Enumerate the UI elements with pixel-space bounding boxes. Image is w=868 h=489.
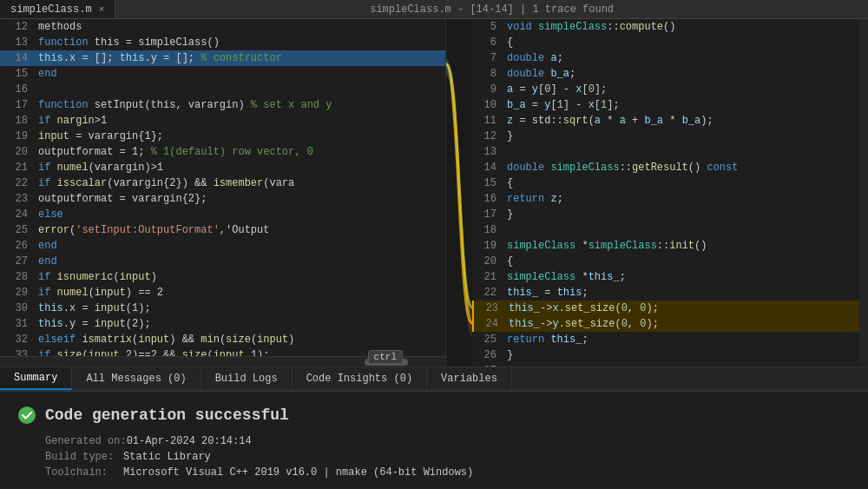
summary-panel: Code generation successful Generated on:… (0, 391, 868, 489)
left-code-line-30: 30 this.x = input(1); (0, 301, 445, 316)
right-code-line-12: 12} (472, 129, 868, 144)
right-code-line-21: 21 simpleClass *this_; (472, 269, 868, 285)
left-h-scrollbar[interactable]: ctrl (0, 356, 446, 367)
right-code-line-15: 15{ (472, 175, 868, 191)
line-content: if nargin>1 (35, 113, 445, 129)
build-type-label: Build type: (45, 451, 123, 463)
right-line-content: } (503, 129, 513, 144)
right-line-number: 7 (472, 50, 503, 66)
right-code-pane[interactable]: 5void simpleClass::compute()6{7 double a… (472, 19, 868, 367)
editor-area: 12 methods13 function this = simpleClass… (0, 19, 868, 367)
line-number: 22 (0, 175, 35, 191)
tab-all-messages--0-[interactable]: All Messages (0) (72, 367, 201, 390)
line-number: 14 (0, 50, 35, 66)
right-line-number: 5 (472, 19, 503, 35)
right-code-line-19: 19simpleClass *simpleClass::init() (472, 238, 868, 254)
right-line-content: simpleClass *simpleClass::init() (503, 238, 707, 254)
toolchain-label: Toolchain: (45, 466, 123, 479)
tab-close-icon[interactable]: × (99, 4, 105, 15)
right-code-line-27: 27 (472, 363, 868, 367)
left-code-line-26: 26 end (0, 238, 445, 254)
right-code-line-9: 9 a = y[0] - x[0]; (472, 82, 868, 97)
flow-svg (446, 19, 472, 367)
left-code-line-14: 14 this.x = []; this.y = []; % construct… (0, 50, 445, 66)
right-line-content: this_->x.set_size(0, 0); (505, 301, 659, 316)
line-content: if numel(varargin)>1 (35, 160, 445, 175)
left-code-line-32: 32 elseif ismatrix(input) && min(size(in… (0, 332, 445, 347)
flow-connector (446, 19, 472, 367)
left-code-line-28: 28 if isnumeric(input) (0, 269, 445, 285)
tab-code-insights--0-[interactable]: Code Insights (0) (293, 367, 427, 390)
line-number: 26 (0, 238, 35, 254)
left-code-line-12: 12 methods (0, 19, 445, 35)
line-content: this.x = input(1); (35, 301, 445, 316)
right-line-content: a = y[0] - x[0]; (503, 82, 607, 97)
line-number: 31 (0, 316, 35, 332)
tab-summary[interactable]: Summary (0, 367, 72, 390)
line-content: end (35, 254, 445, 269)
left-code-line-27: 27 end (0, 254, 445, 269)
line-number: 16 (0, 82, 35, 97)
line-content: end (35, 238, 445, 254)
right-line-number: 26 (472, 347, 503, 363)
right-code-line-20: 20{ (472, 254, 868, 269)
line-content: elseif ismatrix(input) && min(size(input… (35, 332, 445, 347)
tab-filename: simpleClass.m (10, 3, 92, 16)
file-tab[interactable]: simpleClass.m × (0, 0, 115, 18)
right-line-number: 20 (472, 254, 503, 269)
right-code-line-25: 25 return this_; (472, 332, 868, 347)
right-line-number: 19 (472, 238, 503, 254)
left-code-line-17: 17 function setInput(this, varargin) % s… (0, 97, 445, 113)
line-number: 27 (0, 254, 35, 269)
right-code-line-24: 24 this_->y.set_size(0, 0); (472, 316, 868, 332)
right-line-content: return z; (503, 191, 563, 207)
right-code-line-7: 7 double a; (472, 50, 868, 66)
build-type-value: Static Library (123, 451, 211, 463)
right-line-content: { (503, 254, 513, 269)
left-code-container: 12 methods13 function this = simpleClass… (0, 19, 445, 367)
generated-on-label: Generated on: (45, 435, 127, 447)
success-row: Code generation successful (17, 406, 851, 425)
right-line-content: b_a = y[1] - x[1]; (503, 97, 620, 113)
right-v-scrollbar[interactable] (859, 19, 868, 367)
toolchain-row: Toolchain: Microsoft Visual C++ 2019 v16… (17, 466, 851, 479)
line-number: 25 (0, 222, 35, 238)
right-code-line-17: 17} (472, 207, 868, 222)
tabs-bar: SummaryAll Messages (0)Build LogsCode In… (0, 367, 868, 391)
right-code-line-11: 11 z = std::sqrt(a * a + b_a * b_a); (472, 113, 868, 129)
right-code-line-6: 6{ (472, 35, 868, 50)
right-line-number: 22 (472, 285, 503, 301)
left-code-pane[interactable]: 12 methods13 function this = simpleClass… (0, 19, 446, 367)
right-code-line-22: 22 this_ = this; (472, 285, 868, 301)
right-line-number: 15 (472, 175, 503, 191)
toolchain-value: Microsoft Visual C++ 2019 v16.0 | nmake … (123, 466, 473, 479)
right-line-content: double a; (503, 50, 563, 66)
line-content (35, 82, 445, 97)
right-line-number: 8 (472, 66, 503, 82)
right-line-number: 25 (472, 332, 503, 347)
left-code-line-16: 16 (0, 82, 445, 97)
right-line-content: { (503, 175, 513, 191)
tab-variables[interactable]: Variables (427, 367, 512, 390)
left-code-line-24: 24 else (0, 207, 445, 222)
left-code-line-18: 18 if nargin>1 (0, 113, 445, 129)
success-icon (17, 406, 36, 425)
right-line-content: double b_a; (503, 66, 575, 82)
left-code-line-25: 25 error('setInput:OutputFormat','Output (0, 222, 445, 238)
tab-build-logs[interactable]: Build Logs (201, 367, 293, 390)
line-content: function setInput(this, varargin) % set … (35, 97, 445, 113)
right-line-content: z = std::sqrt(a * a + b_a * b_a); (503, 113, 713, 129)
right-code-line-8: 8 double b_a; (472, 66, 868, 82)
success-title: Code generation successful (45, 406, 289, 424)
right-code-line-18: 18 (472, 222, 868, 238)
line-content: if numel(input) == 2 (35, 285, 445, 301)
left-code-line-23: 23 outputformat = varargin{2}; (0, 191, 445, 207)
line-number: 28 (0, 269, 35, 285)
line-number: 20 (0, 144, 35, 160)
right-line-content: this_ = this; (503, 285, 589, 301)
line-content: end (35, 66, 445, 82)
build-type-row: Build type: Static Library (17, 451, 851, 463)
left-code-line-15: 15 end (0, 66, 445, 82)
right-code-line-13: 13 (472, 144, 868, 160)
right-line-content (503, 144, 507, 160)
